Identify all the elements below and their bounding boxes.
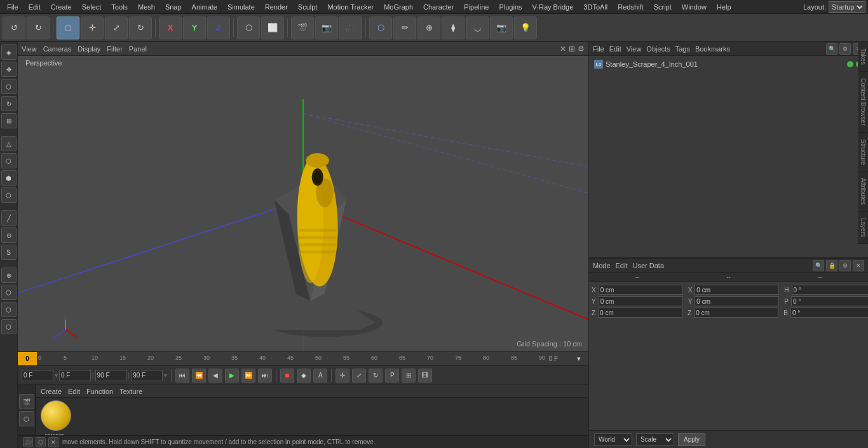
viewport-settings-icon[interactable]: ⚙ — [578, 44, 585, 53]
ls-btn-12[interactable]: S — [1, 245, 17, 260]
status-icon-3[interactable]: ✕ — [48, 437, 58, 447]
ls-btn-9[interactable]: ⬡ — [1, 187, 17, 203]
mat-menu-texture[interactable]: Texture — [119, 388, 142, 395]
obj-menu-view[interactable]: View — [627, 45, 642, 53]
menu-snap[interactable]: Snap — [161, 2, 186, 12]
attr-input-z-size[interactable] — [694, 308, 778, 318]
obj-menu-edit[interactable]: Edit — [609, 45, 621, 53]
world-dropdown[interactable]: World — [594, 433, 632, 446]
obj-menu-bookmarks[interactable]: Bookmarks — [695, 45, 730, 53]
attr-settings-btn[interactable]: ⚙ — [839, 260, 851, 271]
menu-script[interactable]: Script — [649, 2, 676, 12]
menu-window[interactable]: Window — [677, 2, 711, 12]
side-tab-layers[interactable]: Layers — [858, 212, 868, 244]
attr-input-y-pos[interactable] — [599, 296, 683, 306]
keyframe-button[interactable]: ◆ — [297, 369, 311, 383]
camera-button[interactable]: 📷 — [490, 17, 513, 39]
attr-input-y-size[interactable] — [695, 296, 779, 306]
material-item-scraper[interactable]: scraper_ — [41, 400, 71, 438]
attr-menu-edit[interactable]: Edit — [616, 262, 628, 269]
render-to-picture[interactable]: 📷 — [315, 17, 338, 39]
pen-button[interactable]: ✏ — [393, 17, 416, 39]
attr-input-p[interactable] — [791, 296, 868, 306]
render-settings[interactable]: 🎥 — [339, 17, 362, 39]
preview-max-field[interactable] — [131, 370, 163, 381]
viewport-menu-display[interactable]: Display — [78, 45, 100, 53]
ls-btn-15[interactable]: ⬡ — [1, 302, 17, 317]
ls-btn-5[interactable]: ⊞ — [1, 113, 17, 128]
menu-sculpt[interactable]: Sculpt — [294, 2, 322, 12]
rotate-button[interactable]: ↻ — [129, 17, 152, 39]
attr-input-b[interactable] — [790, 308, 868, 318]
side-tab-attributes[interactable]: Attributes — [858, 172, 868, 212]
obj-search-btn[interactable]: 🔍 — [826, 43, 837, 55]
y-axis-button[interactable]: Y — [183, 17, 206, 39]
menu-file[interactable]: File — [3, 2, 23, 12]
attr-input-z-pos[interactable] — [598, 308, 682, 318]
render-button[interactable]: 🎬 — [291, 17, 314, 39]
menu-mograph[interactable]: MoGraph — [379, 2, 417, 12]
viewport-menu-panel[interactable]: Panel — [129, 45, 147, 53]
light-button[interactable]: 💡 — [514, 17, 537, 39]
cube-button[interactable]: ⬡ — [369, 17, 392, 39]
viewport-menu-cameras[interactable]: Cameras — [43, 45, 72, 53]
ls-btn-7[interactable]: ⬡ — [1, 153, 17, 168]
viewport-layout-icon[interactable]: ⊞ — [569, 44, 575, 53]
ls-btn-3[interactable]: ⬡ — [1, 79, 17, 94]
attr-menu-mode[interactable]: Mode — [593, 262, 611, 269]
menu-pipeline[interactable]: Pipeline — [459, 2, 493, 12]
attr-search-btn[interactable]: 🔍 — [813, 260, 824, 271]
ls-btn-16[interactable]: ⬡ — [1, 319, 17, 334]
menu-select[interactable]: Select — [78, 2, 106, 12]
viewport-maximize-icon[interactable]: ✕ — [560, 44, 566, 53]
menu-tools[interactable]: Tools — [107, 2, 132, 12]
attr-close-btn[interactable]: ✕ — [853, 260, 864, 271]
step-back-button[interactable]: ⏪ — [192, 369, 206, 383]
go-to-end-button[interactable]: ⏭ — [258, 369, 272, 383]
z-axis-button[interactable]: Z — [207, 17, 230, 39]
mat-icon-1[interactable]: 🎬 — [19, 394, 34, 409]
playback-p-btn[interactable]: P — [385, 369, 399, 383]
timeline-end-btn[interactable]: ▾ — [569, 355, 588, 363]
attr-input-x-pos[interactable] — [599, 285, 683, 295]
ls-btn-1[interactable]: ◈ — [1, 44, 17, 60]
object-tool-button[interactable]: ⬡ — [237, 17, 260, 39]
scale-button[interactable]: ⤢ — [105, 17, 128, 39]
move-button[interactable]: ✛ — [81, 17, 104, 39]
menu-redshift[interactable]: Redshift — [613, 2, 648, 12]
viewport-menu-filter[interactable]: Filter — [107, 45, 122, 53]
menu-vray-bridge[interactable]: V-Ray Bridge — [528, 2, 578, 12]
status-icon-1[interactable]: 🎥 — [23, 437, 33, 447]
record-button[interactable]: ⏺ — [280, 369, 294, 383]
menu-create[interactable]: Create — [46, 2, 76, 12]
obj-menu-objects[interactable]: Objects — [646, 45, 670, 53]
object-row-scraper[interactable]: L0 Stanley_Scraper_4_Inch_001 — [592, 58, 865, 70]
deform-button[interactable]: ⧫ — [442, 17, 465, 39]
mat-icon-2[interactable]: ⬡ — [19, 411, 34, 426]
step-forward-button[interactable]: ⏩ — [241, 369, 255, 383]
ls-btn-13[interactable]: ⊗ — [1, 268, 17, 283]
render-region-button[interactable]: ⬜ — [261, 17, 284, 39]
mat-menu-edit[interactable]: Edit — [68, 388, 80, 395]
viewport[interactable]: Perspective Grid Spacing : 10 cm Y X Z — [18, 56, 588, 351]
ls-btn-2[interactable]: ✥ — [1, 62, 17, 77]
ls-btn-8[interactable]: ⬢ — [1, 170, 17, 186]
scale-playback-btn[interactable]: ⤢ — [352, 369, 366, 383]
obj-vis-1[interactable] — [846, 60, 854, 68]
side-tab-takes[interactable]: Takes — [858, 42, 868, 72]
ls-btn-10[interactable]: ╱ — [1, 210, 17, 226]
obj-menu-file[interactable]: File — [593, 45, 604, 53]
side-tab-content-browser[interactable]: Content Browser — [858, 72, 868, 132]
menu-character[interactable]: Character — [419, 2, 458, 12]
attr-lock-btn[interactable]: 🔒 — [826, 260, 837, 271]
ls-btn-4[interactable]: ↻ — [1, 96, 17, 111]
play-forward-button[interactable]: ▶ — [225, 369, 239, 383]
undo-button[interactable]: ↺ — [3, 17, 25, 39]
layout-dropdown[interactable]: Startup — [829, 1, 865, 13]
redo-button[interactable]: ↻ — [27, 17, 50, 39]
go-to-start-button[interactable]: ⏮ — [175, 369, 189, 383]
apply-button[interactable]: Apply — [678, 433, 705, 446]
scale-dropdown[interactable]: Scale — [636, 433, 674, 446]
model-mode-button[interactable]: ◻ — [57, 17, 79, 39]
knot-button[interactable]: ⊕ — [417, 17, 440, 39]
